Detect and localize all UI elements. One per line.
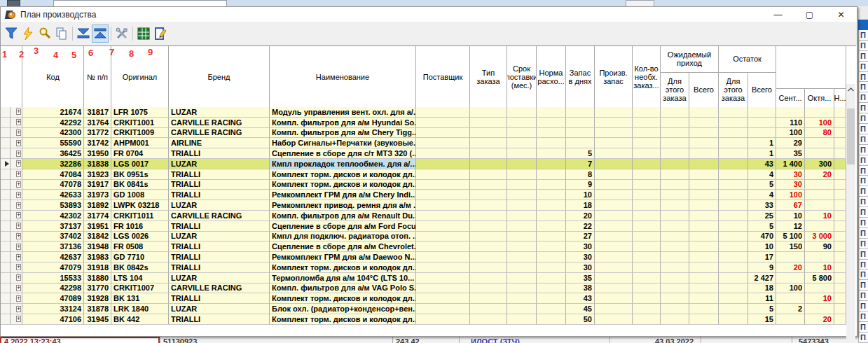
cell-supplier[interactable] bbox=[416, 241, 470, 252]
cell-remainder-for-order[interactable] bbox=[719, 138, 748, 148]
cell-code[interactable]: 53893 bbox=[22, 200, 84, 211]
cell-month-october[interactable]: 10 bbox=[805, 211, 834, 221]
cell-order-type[interactable] bbox=[470, 293, 507, 304]
cell-month-october[interactable]: 100 bbox=[805, 118, 834, 128]
cell-remainder-for-order[interactable] bbox=[719, 107, 748, 118]
cell-qty-needed[interactable] bbox=[633, 293, 661, 304]
header-month-october[interactable]: Октя... bbox=[805, 89, 834, 107]
cell-remainder-for-order[interactable] bbox=[719, 200, 748, 211]
cell-original[interactable]: AHPM001 bbox=[111, 138, 169, 148]
cell-norm[interactable] bbox=[537, 180, 566, 190]
cell-code[interactable]: 42302 bbox=[22, 211, 84, 221]
cell-month-november[interactable] bbox=[834, 159, 846, 169]
cell-month-september[interactable]: 67 bbox=[776, 200, 805, 211]
cell-npp[interactable]: 31928 bbox=[84, 293, 111, 304]
cell-npp[interactable]: 31772 bbox=[84, 128, 111, 139]
cell-code[interactable]: 42637 bbox=[22, 252, 84, 262]
cell-remainder-total[interactable]: 43 bbox=[748, 159, 776, 169]
cell-expected-for-order[interactable] bbox=[661, 128, 689, 139]
cell-code[interactable]: 37402 bbox=[22, 232, 84, 242]
cell-month-november[interactable] bbox=[834, 190, 846, 200]
cell-supplier[interactable] bbox=[416, 190, 470, 200]
cell-delivery-time[interactable] bbox=[507, 107, 537, 118]
cell-norm[interactable] bbox=[537, 200, 566, 211]
cell-expected-total[interactable] bbox=[689, 190, 719, 200]
cell-order-type[interactable] bbox=[470, 304, 507, 314]
cell-norm[interactable] bbox=[537, 284, 566, 294]
cell-prod-stock[interactable] bbox=[595, 252, 633, 262]
cell-remainder-total[interactable]: 470 bbox=[748, 232, 776, 242]
cell-expected-total[interactable] bbox=[689, 200, 719, 211]
cell-supplier[interactable] bbox=[416, 200, 470, 211]
cell-expected-for-order[interactable] bbox=[661, 232, 689, 242]
cell-order-type[interactable] bbox=[470, 200, 507, 211]
cell-order-type[interactable] bbox=[470, 252, 507, 262]
row-marker-cell[interactable] bbox=[1, 190, 11, 200]
cell-supplier[interactable] bbox=[416, 138, 470, 148]
cell-code[interactable]: 55590 bbox=[22, 138, 84, 148]
cell-delivery-time[interactable] bbox=[507, 118, 537, 128]
cell-remainder-total[interactable] bbox=[748, 118, 776, 128]
maximize-button[interactable]: ▢ bbox=[794, 7, 825, 22]
cell-month-october[interactable] bbox=[805, 148, 834, 159]
cell-remainder-total[interactable]: 2 427 bbox=[748, 273, 776, 284]
row-marker-cell[interactable] bbox=[1, 148, 11, 159]
cell-month-september[interactable]: 150 bbox=[776, 241, 805, 252]
cell-code[interactable]: 36425 bbox=[22, 148, 84, 159]
cell-npp[interactable]: 31950 bbox=[84, 148, 111, 159]
cell-original[interactable]: LWPK 03218 bbox=[111, 200, 169, 211]
cell-expected-total[interactable] bbox=[689, 169, 719, 180]
cell-expected-total[interactable] bbox=[689, 241, 719, 252]
expand-plus-icon[interactable]: + bbox=[16, 181, 21, 188]
header-remainder-for-order[interactable]: Для этого заказа bbox=[719, 73, 748, 107]
row-marker-cell[interactable] bbox=[1, 138, 11, 148]
cell-npp[interactable]: 31923 bbox=[84, 169, 111, 180]
cell-delivery-time[interactable] bbox=[507, 159, 537, 169]
cell-expected-for-order[interactable] bbox=[661, 190, 689, 200]
cell-month-november[interactable] bbox=[834, 180, 846, 190]
cell-original[interactable]: FR 1016 bbox=[111, 221, 169, 232]
table-row[interactable]: +3713731951FR 1016TRIALLIСцепление в сбо… bbox=[1, 221, 856, 232]
expand-cell[interactable]: + bbox=[11, 304, 22, 314]
cell-code[interactable]: 37137 bbox=[22, 221, 84, 232]
cell-month-october[interactable]: 20 bbox=[805, 314, 834, 325]
cell-original[interactable]: BK 0841s bbox=[111, 180, 169, 190]
cell-name[interactable]: Комплект торм. дисков и колодок дл... bbox=[270, 293, 416, 304]
cell-remainder-total[interactable]: 4 bbox=[748, 169, 776, 180]
cell-npp[interactable]: 31764 bbox=[84, 118, 111, 128]
cell-remainder-for-order[interactable] bbox=[719, 262, 748, 273]
cell-stock-days[interactable]: 18 bbox=[566, 200, 595, 211]
cell-stock-days[interactable]: 22 bbox=[566, 221, 595, 232]
expand-plus-icon[interactable]: + bbox=[16, 212, 21, 218]
cell-name[interactable]: Ремкомплект ГРМ для а/м Chery Indi... bbox=[270, 190, 416, 200]
cell-expected-for-order[interactable] bbox=[661, 241, 689, 252]
cell-original[interactable]: LGS 0026 bbox=[111, 232, 169, 242]
cell-stock-days[interactable]: 38 bbox=[566, 284, 595, 294]
row-marker-cell[interactable] bbox=[1, 180, 11, 190]
cell-order-type[interactable] bbox=[470, 314, 507, 325]
cell-delivery-time[interactable] bbox=[507, 314, 537, 325]
cell-prod-stock[interactable] bbox=[595, 262, 633, 273]
row-marker-cell[interactable] bbox=[1, 211, 11, 221]
cell-brand[interactable]: TRIALLI bbox=[169, 262, 270, 273]
expand-plus-icon[interactable]: + bbox=[16, 295, 21, 302]
cell-norm[interactable] bbox=[537, 190, 566, 200]
cell-name[interactable]: Блок охл. (радиатор+конденсор+вен... bbox=[270, 304, 416, 314]
cell-delivery-time[interactable] bbox=[507, 128, 537, 139]
cell-norm[interactable] bbox=[537, 241, 566, 252]
cell-qty-needed[interactable] bbox=[633, 314, 661, 325]
cell-brand[interactable]: TRIALLI bbox=[169, 180, 270, 190]
cell-qty-needed[interactable] bbox=[633, 232, 661, 242]
cell-norm[interactable] bbox=[537, 221, 566, 232]
cell-prod-stock[interactable] bbox=[595, 273, 633, 284]
cell-npp[interactable]: 31842 bbox=[84, 232, 111, 242]
cell-month-november[interactable] bbox=[834, 200, 846, 211]
cell-qty-needed[interactable] bbox=[633, 221, 661, 232]
row-marker-cell[interactable] bbox=[1, 169, 11, 180]
cell-remainder-total[interactable]: 9 bbox=[748, 262, 776, 273]
row-marker-cell[interactable] bbox=[1, 273, 11, 284]
expand-plus-icon[interactable]: + bbox=[16, 202, 21, 209]
cell-name[interactable]: Комплект торм. дисков и колодок дл... bbox=[270, 262, 416, 273]
cell-delivery-time[interactable] bbox=[507, 148, 537, 159]
cell-norm[interactable] bbox=[537, 314, 566, 325]
